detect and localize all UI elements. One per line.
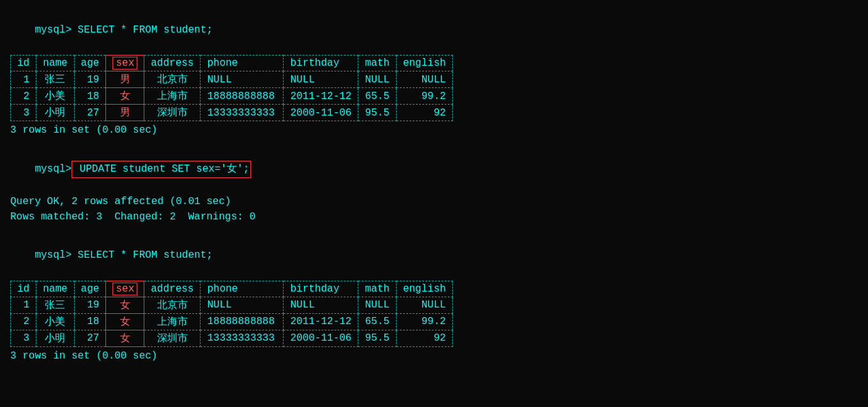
th-age-1: age bbox=[74, 56, 106, 71]
table-2-row-1: 1 张三 19 女 北京市 NULL NULL NULL NULL bbox=[11, 297, 453, 313]
th2-phone: phone bbox=[201, 281, 284, 297]
cell-id: 3 bbox=[11, 105, 36, 121]
sex-header-highlight-1: sex bbox=[112, 57, 137, 70]
cell2-id: 1 bbox=[11, 297, 36, 313]
cell2-phone: 13333333333 bbox=[201, 330, 284, 346]
cell2-address: 北京市 bbox=[144, 297, 201, 313]
th2-math: math bbox=[358, 281, 396, 297]
cell-sex: 男 bbox=[106, 71, 144, 88]
th-math-1: math bbox=[358, 56, 396, 71]
cell2-sex: 女 bbox=[106, 297, 144, 313]
cell2-age: 18 bbox=[74, 313, 106, 330]
cell-birthday: NULL bbox=[284, 71, 358, 88]
th2-id: id bbox=[11, 281, 36, 297]
cell-english: 92 bbox=[396, 105, 452, 121]
table-2-wrap: id name age sex address phone birthday m… bbox=[10, 281, 858, 347]
cell2-age: 27 bbox=[74, 330, 106, 346]
cell2-phone: NULL bbox=[201, 297, 284, 313]
th2-birthday: birthday bbox=[284, 281, 358, 297]
table-1: id name age sex address phone birthday m… bbox=[10, 55, 453, 121]
result-2a: Query OK, 2 rows affected (0.01 sec) bbox=[10, 194, 858, 210]
cell2-id: 2 bbox=[11, 313, 36, 330]
cell-age: 27 bbox=[74, 105, 106, 121]
cell-english: 99.2 bbox=[396, 88, 452, 105]
cell2-phone: 18888888888 bbox=[201, 313, 284, 330]
cell-math: NULL bbox=[358, 71, 396, 88]
cell-id: 2 bbox=[11, 88, 36, 105]
cell-age: 19 bbox=[74, 71, 106, 88]
th2-english: english bbox=[396, 281, 452, 297]
cell2-age: 19 bbox=[74, 297, 106, 313]
cell2-english: NULL bbox=[396, 297, 452, 313]
cell-phone: NULL bbox=[201, 71, 284, 88]
cell-name: 张三 bbox=[36, 71, 74, 88]
cell2-math: NULL bbox=[358, 297, 396, 313]
prompt-2: mysql> bbox=[34, 163, 72, 175]
table-2-row-3: 3 小明 27 女 深圳市 13333333333 2000-11-06 95.… bbox=[11, 330, 453, 346]
table-1-row-3: 3 小明 27 男 深圳市 13333333333 2000-11-06 95.… bbox=[11, 105, 453, 121]
query-line-1: mysql> SELECT * FROM student; bbox=[10, 6, 858, 54]
table-2-row-2: 2 小美 18 女 上海市 18888888888 2011-12-12 65.… bbox=[11, 313, 453, 330]
table-1-wrap: id name age sex address phone birthday m… bbox=[10, 55, 858, 121]
cell2-english: 99.2 bbox=[396, 313, 452, 330]
cmd-1: SELECT * FROM student; bbox=[72, 24, 213, 36]
cell-birthday: 2000-11-06 bbox=[284, 105, 358, 121]
cell-address: 北京市 bbox=[144, 71, 201, 88]
table-2: id name age sex address phone birthday m… bbox=[10, 281, 453, 347]
table-1-row-1: 1 张三 19 男 北京市 NULL NULL NULL NULL bbox=[11, 71, 453, 88]
cell-name: 小美 bbox=[36, 88, 74, 105]
th-phone-1: phone bbox=[201, 56, 284, 71]
cell2-math: 95.5 bbox=[358, 330, 396, 346]
th-address-1: address bbox=[144, 56, 201, 71]
result-3: 3 rows in set (0.00 sec) bbox=[10, 348, 858, 364]
cell2-id: 3 bbox=[11, 330, 36, 346]
cell-address: 深圳市 bbox=[144, 105, 201, 121]
cell-sex: 男 bbox=[106, 105, 144, 121]
terminal-output: mysql> SELECT * FROM student; id name ag… bbox=[10, 6, 858, 364]
query-line-3: mysql> SELECT * FROM student; bbox=[10, 232, 858, 279]
query-line-2: mysql> UPDATE student SET sex='女'; bbox=[10, 145, 858, 193]
cell2-sex: 女 bbox=[106, 313, 144, 330]
th2-address: address bbox=[144, 281, 201, 297]
prompt-1: mysql> bbox=[34, 24, 72, 36]
th2-name: name bbox=[36, 281, 74, 297]
cell-math: 95.5 bbox=[358, 105, 396, 121]
th-id-1: id bbox=[11, 56, 36, 71]
th2-sex: sex bbox=[106, 281, 144, 297]
cell-id: 1 bbox=[11, 71, 36, 88]
th-sex-1: sex bbox=[106, 56, 144, 71]
cell-name: 小明 bbox=[36, 105, 74, 121]
table-2-header-row: id name age sex address phone birthday m… bbox=[11, 281, 453, 297]
cell-birthday: 2011-12-12 bbox=[284, 88, 358, 105]
cell-age: 18 bbox=[74, 88, 106, 105]
cell-sex: 女 bbox=[106, 88, 144, 105]
cell2-address: 上海市 bbox=[144, 313, 201, 330]
cell-math: 65.5 bbox=[358, 88, 396, 105]
cell-address: 上海市 bbox=[144, 88, 201, 105]
th-english-1: english bbox=[396, 56, 452, 71]
result-2b: Rows matched: 3 Changed: 2 Warnings: 0 bbox=[10, 209, 858, 225]
cell-english: NULL bbox=[396, 71, 452, 88]
cell-phone: 18888888888 bbox=[201, 88, 284, 105]
table-1-row-2: 2 小美 18 女 上海市 18888888888 2011-12-12 65.… bbox=[11, 88, 453, 105]
update-cmd-highlight: UPDATE student SET sex='女'; bbox=[72, 161, 251, 178]
th-name-1: name bbox=[36, 56, 74, 71]
cmd-3: SELECT * FROM student; bbox=[72, 249, 213, 261]
table-1-header-row: id name age sex address phone birthday m… bbox=[11, 56, 453, 71]
cell2-birthday: 2011-12-12 bbox=[284, 313, 358, 330]
cell2-address: 深圳市 bbox=[144, 330, 201, 346]
cell2-birthday: 2000-11-06 bbox=[284, 330, 358, 346]
result-1: 3 rows in set (0.00 sec) bbox=[10, 122, 858, 138]
sex-header-highlight-2: sex bbox=[112, 283, 137, 295]
cell-phone: 13333333333 bbox=[201, 105, 284, 121]
cell2-sex: 女 bbox=[106, 330, 144, 346]
cell2-birthday: NULL bbox=[284, 297, 358, 313]
th-birthday-1: birthday bbox=[284, 56, 358, 71]
cell2-english: 92 bbox=[396, 330, 452, 346]
cell2-name: 小明 bbox=[36, 330, 74, 346]
cell2-name: 张三 bbox=[36, 297, 74, 313]
prompt-3: mysql> bbox=[34, 249, 72, 261]
cell2-math: 65.5 bbox=[358, 313, 396, 330]
cell2-name: 小美 bbox=[36, 313, 74, 330]
th2-age: age bbox=[74, 281, 106, 297]
